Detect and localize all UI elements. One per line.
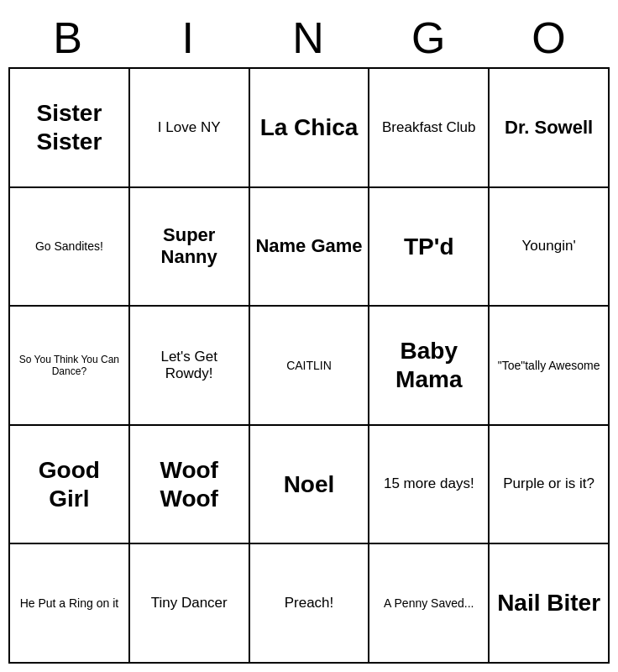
bingo-cell-17[interactable]: Noel: [250, 426, 370, 545]
cell-text-8: TP'd: [374, 233, 483, 261]
cell-text-17: Noel: [255, 470, 364, 499]
cell-text-7: Name Game: [255, 235, 364, 257]
bingo-cell-0[interactable]: Sister Sister: [10, 69, 130, 188]
bingo-cell-3[interactable]: Breakfast Club: [369, 69, 490, 188]
header-letter-o: O: [490, 13, 610, 63]
cell-text-18: 15 more days!: [374, 475, 483, 492]
bingo-cell-23[interactable]: A Penny Saved...: [369, 544, 490, 664]
bingo-cell-7[interactable]: Name Game: [250, 188, 370, 307]
cell-text-2: La Chica: [255, 113, 364, 142]
cell-text-4: Dr. Sowell: [495, 117, 603, 139]
bingo-cell-11[interactable]: Let's Get Rowdy!: [130, 307, 250, 426]
bingo-grid: Sister SisterI Love NYLa ChicaBreakfast …: [8, 67, 610, 664]
bingo-cell-6[interactable]: Super Nanny: [130, 188, 250, 307]
bingo-cell-16[interactable]: Woof Woof: [130, 426, 250, 545]
bingo-cell-20[interactable]: He Put a Ring on it: [10, 544, 130, 664]
header-letter-n: N: [249, 13, 369, 63]
cell-text-19: Purple or is it?: [495, 475, 603, 492]
header-letter-g: G: [369, 13, 490, 63]
cell-text-5: Go Sandites!: [15, 239, 123, 254]
cell-text-9: Youngin': [495, 238, 603, 255]
cell-text-20: He Put a Ring on it: [15, 596, 123, 611]
bingo-cell-14[interactable]: "Toe"tally Awesome: [490, 307, 610, 426]
header-letter-b: B: [8, 13, 128, 63]
bingo-card: B I N G O Sister SisterI Love NYLa Chica…: [0, 0, 618, 672]
bingo-cell-4[interactable]: Dr. Sowell: [490, 69, 610, 188]
cell-text-10: So You Think You Can Dance?: [15, 354, 123, 378]
cell-text-3: Breakfast Club: [374, 119, 483, 136]
cell-text-1: I Love NY: [135, 119, 244, 136]
cell-text-14: "Toe"tally Awesome: [495, 359, 603, 373]
cell-text-21: Tiny Dancer: [135, 595, 244, 612]
bingo-cell-10[interactable]: So You Think You Can Dance?: [10, 307, 130, 426]
header-letter-i: I: [128, 13, 249, 63]
bingo-cell-22[interactable]: Preach!: [250, 544, 370, 664]
cell-text-6: Super Nanny: [135, 224, 244, 269]
bingo-cell-1[interactable]: I Love NY: [130, 69, 250, 188]
cell-text-24: Nail Biter: [495, 589, 603, 617]
bingo-cell-8[interactable]: TP'd: [369, 188, 490, 307]
bingo-cell-9[interactable]: Youngin': [490, 188, 610, 307]
bingo-cell-12[interactable]: CAITLIN: [250, 307, 370, 426]
cell-text-15: Good Girl: [15, 456, 123, 512]
cell-text-23: A Penny Saved...: [374, 596, 483, 611]
cell-text-12: CAITLIN: [255, 359, 364, 373]
bingo-cell-18[interactable]: 15 more days!: [369, 426, 490, 545]
bingo-cell-15[interactable]: Good Girl: [10, 426, 130, 545]
bingo-header: B I N G O: [8, 8, 610, 67]
cell-text-13: Baby Mama: [374, 337, 483, 393]
cell-text-0: Sister Sister: [15, 99, 123, 155]
bingo-cell-24[interactable]: Nail Biter: [490, 544, 610, 664]
cell-text-11: Let's Get Rowdy!: [135, 349, 244, 383]
bingo-cell-13[interactable]: Baby Mama: [369, 307, 490, 426]
bingo-cell-5[interactable]: Go Sandites!: [10, 188, 130, 307]
bingo-cell-21[interactable]: Tiny Dancer: [130, 544, 250, 664]
bingo-cell-19[interactable]: Purple or is it?: [490, 426, 610, 545]
cell-text-16: Woof Woof: [135, 456, 244, 512]
cell-text-22: Preach!: [255, 595, 364, 612]
bingo-cell-2[interactable]: La Chica: [250, 69, 370, 188]
